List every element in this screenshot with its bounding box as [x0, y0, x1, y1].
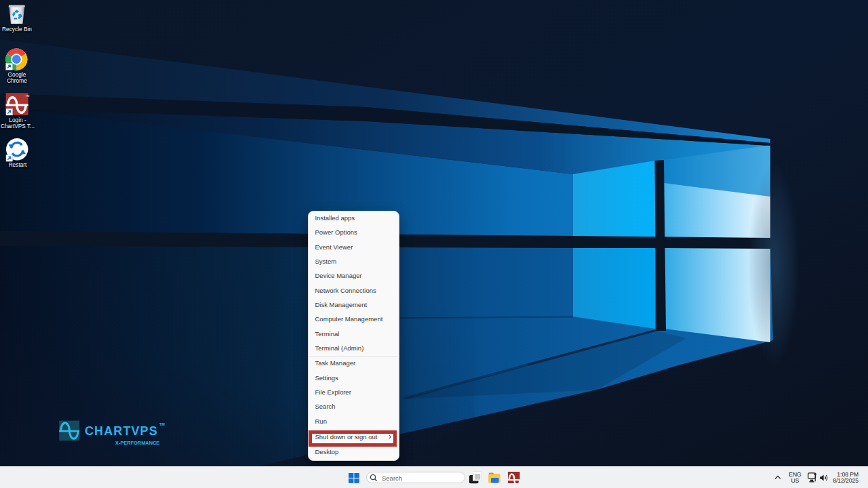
svg-text:X-PERFORMANCE: X-PERFORMANCE — [115, 440, 159, 446]
svg-text:CHARTVPS: CHARTVPS — [85, 424, 158, 438]
svg-text:TM: TM — [159, 422, 165, 426]
svg-text:TM: TM — [26, 94, 30, 98]
